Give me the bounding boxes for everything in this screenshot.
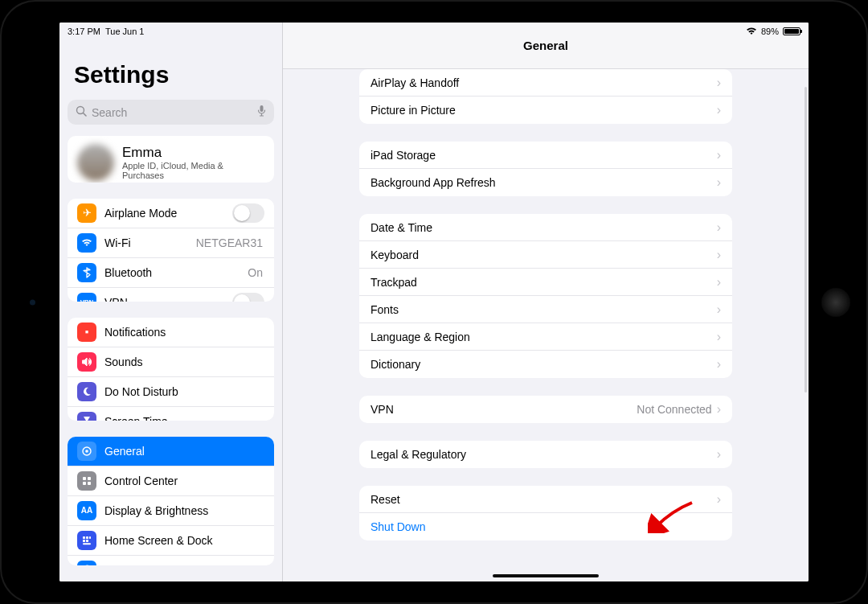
sidebar-item-label: Do Not Disturb [104, 385, 264, 398]
sidebar-item-notifications[interactable]: ▪ Notifications [68, 318, 274, 347]
screen: 3:17 PM Tue Jun 1 89% Settings [59, 23, 809, 581]
status-date: Tue Jun 1 [105, 27, 145, 36]
row-ipad-storage[interactable]: iPad Storage › [359, 142, 732, 169]
row-language-region[interactable]: Language & Region › [359, 323, 732, 351]
row-label: iPad Storage [371, 149, 717, 162]
sidebar-item-airplane[interactable]: ✈ Airplane Mode [68, 199, 274, 228]
sidebar-item-general[interactable]: General [68, 437, 274, 466]
airplane-toggle[interactable] [232, 203, 264, 223]
svg-rect-7 [83, 482, 86, 485]
row-label: Background App Refresh [371, 176, 717, 189]
wifi-settings-icon [77, 233, 96, 253]
group-airplay: AirPlay & Handoff › Picture in Picture › [359, 69, 732, 124]
search-field[interactable] [68, 100, 274, 125]
sidebar-group-system: General Control Center AA Display & Brig… [68, 437, 274, 565]
svg-line-1 [84, 113, 87, 116]
sidebar-item-label: Sounds [104, 355, 264, 368]
sidebar-item-accessibility[interactable]: Accessibility [68, 556, 274, 565]
chevron-right-icon: › [717, 249, 721, 261]
status-time: 3:17 PM [68, 27, 100, 36]
row-label: Shut Down [371, 520, 721, 533]
row-label: Language & Region [371, 331, 717, 343]
sidebar-item-vpn[interactable]: VPN VPN [68, 288, 274, 302]
row-label: AirPlay & Handoff [371, 76, 717, 89]
accessibility-icon [77, 561, 96, 565]
row-shut-down[interactable]: Shut Down [359, 513, 732, 540]
group-input: Date & Time › Keyboard › Trackpad › Fo [359, 214, 732, 378]
row-label: Legal & Regulatory [371, 448, 717, 461]
sidebar-item-label: Screen Time [104, 415, 264, 421]
svg-point-4 [85, 450, 88, 453]
search-icon [76, 105, 87, 120]
row-label: Fonts [371, 303, 717, 316]
sidebar-item-dnd[interactable]: Do Not Disturb [68, 377, 274, 407]
home-button[interactable] [821, 288, 850, 317]
dnd-icon [77, 382, 96, 401]
sidebar-item-display[interactable]: AA Display & Brightness [68, 496, 274, 526]
chevron-right-icon: › [717, 221, 721, 234]
chevron-right-icon: › [717, 403, 721, 416]
row-label: Dictionary [371, 358, 717, 371]
sidebar-group-alerts: ▪ Notifications Sounds Do Not Disturb [68, 318, 274, 421]
group-legal: Legal & Regulatory › [359, 441, 732, 468]
bluetooth-value: On [248, 266, 263, 279]
svg-rect-10 [86, 536, 88, 539]
row-fonts[interactable]: Fonts › [359, 296, 732, 323]
general-pane: General AirPlay & Handoff › Picture in P… [283, 23, 809, 581]
sidebar-item-bluetooth[interactable]: Bluetooth On [68, 258, 274, 288]
svg-rect-14 [83, 543, 91, 544]
row-pip[interactable]: Picture in Picture › [359, 97, 732, 124]
sidebar-item-label: General [104, 445, 264, 458]
profile-card[interactable]: Emma Apple ID, iCloud, Media & Purchases [68, 136, 274, 183]
airplane-icon: ✈ [77, 203, 96, 223]
svg-rect-2 [260, 105, 264, 112]
bluetooth-icon [77, 263, 96, 282]
row-label: Trackpad [371, 276, 717, 289]
svg-rect-12 [83, 540, 85, 542]
sidebar-item-label: Control Center [104, 475, 264, 487]
sidebar-item-label: Display & Brightness [104, 504, 264, 517]
sidebar-item-label: Notifications [104, 326, 264, 339]
sidebar-item-label: Home Screen & Dock [104, 534, 264, 547]
chevron-right-icon: › [717, 448, 721, 461]
sidebar-item-homescreen[interactable]: Home Screen & Dock [68, 526, 274, 556]
row-label: VPN [371, 403, 637, 416]
sidebar-item-wifi[interactable]: Wi-Fi NETGEAR31 [68, 228, 274, 258]
chevron-right-icon: › [717, 176, 721, 189]
sidebar-item-label: Accessibility [104, 564, 264, 565]
wifi-icon [746, 27, 757, 37]
sidebar-item-label: Airplane Mode [104, 207, 232, 220]
home-indicator[interactable] [493, 574, 599, 577]
front-camera [30, 299, 35, 305]
dictation-icon[interactable] [257, 105, 266, 120]
row-vpn[interactable]: VPN Not Connected › [359, 396, 732, 423]
sidebar-item-control-center[interactable]: Control Center [68, 466, 274, 496]
svg-rect-6 [88, 477, 91, 480]
chevron-right-icon: › [717, 149, 721, 162]
row-legal[interactable]: Legal & Regulatory › [359, 441, 732, 468]
svg-rect-13 [86, 540, 88, 542]
vpn-toggle[interactable] [232, 293, 264, 302]
row-reset[interactable]: Reset › [359, 486, 732, 513]
chevron-right-icon: › [717, 493, 721, 506]
sidebar-item-sounds[interactable]: Sounds [68, 347, 274, 377]
sidebar-group-connectivity: ✈ Airplane Mode Wi-Fi NETGEAR31 [68, 199, 274, 302]
row-dictionary[interactable]: Dictionary › [359, 351, 732, 378]
svg-rect-9 [83, 536, 85, 539]
search-input[interactable] [92, 106, 257, 119]
screentime-icon [77, 412, 96, 421]
content-scroll[interactable]: AirPlay & Handoff › Picture in Picture ›… [283, 69, 809, 581]
profile-name: Emma [122, 145, 264, 161]
chevron-right-icon: › [717, 276, 721, 289]
sidebar-item-screentime[interactable]: Screen Time [68, 407, 274, 421]
row-trackpad[interactable]: Trackpad › [359, 269, 732, 296]
sidebar-title: Settings [68, 42, 274, 95]
row-date-time[interactable]: Date & Time › [359, 214, 732, 241]
sounds-icon [77, 352, 96, 372]
row-airplay-handoff[interactable]: AirPlay & Handoff › [359, 69, 732, 97]
row-keyboard[interactable]: Keyboard › [359, 241, 732, 269]
row-background-refresh[interactable]: Background App Refresh › [359, 169, 732, 196]
scroll-indicator[interactable] [805, 87, 807, 392]
row-label: Keyboard [371, 249, 717, 261]
sidebar-item-label: VPN [104, 296, 232, 302]
